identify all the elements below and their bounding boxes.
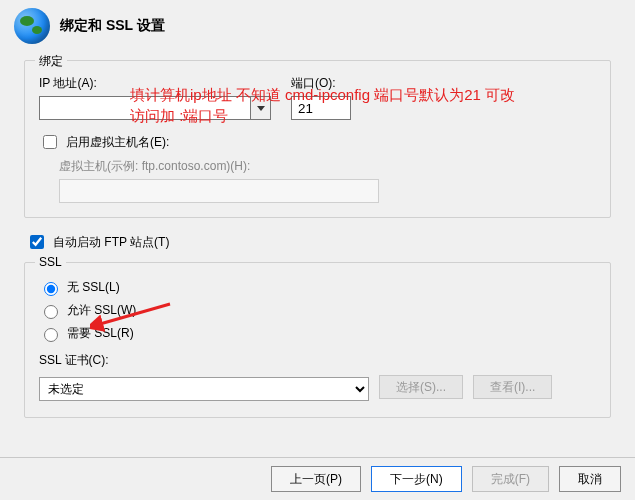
- finish-button: 完成(F): [472, 466, 549, 492]
- ssl-group: SSL 无 SSL(L) 允许 SSL(W) 需要 SSL(R) SSL 证书(…: [24, 262, 611, 418]
- cancel-button[interactable]: 取消: [559, 466, 621, 492]
- require-ssl-label: 需要 SSL(R): [67, 325, 134, 342]
- ssl-cert-select[interactable]: 未选定: [39, 377, 369, 401]
- autostart-label: 自动启动 FTP 站点(T): [53, 234, 169, 251]
- dialog-footer: 上一页(P) 下一步(N) 完成(F) 取消: [0, 457, 635, 500]
- allow-ssl-radio[interactable]: [44, 305, 58, 319]
- enable-virtual-host-checkbox[interactable]: [43, 135, 57, 149]
- no-ssl-radio[interactable]: [44, 282, 58, 296]
- dialog-title: 绑定和 SSL 设置: [60, 17, 165, 35]
- require-ssl-radio[interactable]: [44, 328, 58, 342]
- view-cert-button: 查看(I)...: [473, 375, 552, 399]
- enable-virtual-host-label: 启用虚拟主机名(E):: [66, 134, 169, 151]
- ssl-cert-label: SSL 证书(C):: [39, 352, 596, 369]
- no-ssl-label: 无 SSL(L): [67, 279, 120, 296]
- autostart-checkbox[interactable]: [30, 235, 44, 249]
- port-input[interactable]: [291, 96, 351, 120]
- ip-address-input[interactable]: [39, 96, 251, 120]
- next-button[interactable]: 下一步(N): [371, 466, 462, 492]
- select-cert-button: 选择(S)...: [379, 375, 463, 399]
- ip-address-label: IP 地址(A):: [39, 75, 271, 92]
- dialog-header: 绑定和 SSL 设置: [0, 0, 635, 54]
- virtual-host-input: [59, 179, 379, 203]
- ip-address-dropdown-button[interactable]: [251, 96, 271, 120]
- chevron-down-icon: [257, 106, 265, 111]
- virtual-host-label: 虚拟主机(示例: ftp.contoso.com)(H):: [59, 158, 596, 175]
- port-label: 端口(O):: [291, 75, 351, 92]
- binding-legend: 绑定: [35, 53, 67, 70]
- allow-ssl-label: 允许 SSL(W): [67, 302, 136, 319]
- globe-icon: [14, 8, 50, 44]
- binding-group: 绑定 IP 地址(A): 端口(O): 启用虚拟主机名(E): 虚拟主机(示例:…: [24, 60, 611, 218]
- previous-button[interactable]: 上一页(P): [271, 466, 361, 492]
- ssl-legend: SSL: [35, 255, 66, 269]
